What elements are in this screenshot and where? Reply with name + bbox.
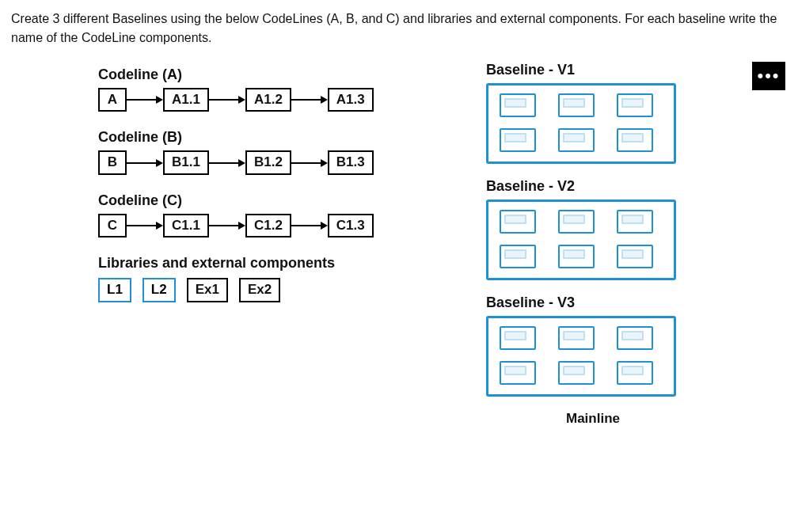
baseline-slot[interactable] <box>500 361 536 385</box>
external-item: Ex2 <box>239 278 280 302</box>
codeline-c-root: C <box>98 214 127 238</box>
library-item: L1 <box>98 278 131 302</box>
baseline-v2: Baseline - V2 <box>486 178 700 280</box>
instruction-text: Create 3 different Baselines using the b… <box>11 10 787 48</box>
libraries-row: L1 L2 Ex1 Ex2 <box>98 278 431 302</box>
codeline-c-item: C1.2 <box>245 214 291 238</box>
more-options-button[interactable]: ••• <box>752 62 785 90</box>
baseline-slot[interactable] <box>617 361 653 385</box>
arrow-icon <box>291 158 328 169</box>
baseline-slot[interactable] <box>500 210 536 234</box>
baseline-slot[interactable] <box>558 128 595 152</box>
codeline-b-row: B B1.1 B1.2 B1.3 <box>98 150 431 174</box>
arrow-icon <box>127 220 163 231</box>
baseline-v3-title: Baseline - V3 <box>486 294 700 311</box>
baseline-slot[interactable] <box>558 361 595 385</box>
codeline-c-row: C C1.1 C1.2 C1.3 <box>98 214 431 238</box>
codeline-b-item: B1.2 <box>245 150 291 174</box>
codeline-b-item: B1.3 <box>328 150 374 174</box>
codeline-a-item: A1.1 <box>163 88 209 112</box>
codeline-a-item: A1.3 <box>328 88 374 112</box>
codeline-a-title: Codeline (A) <box>98 66 431 83</box>
arrow-icon <box>209 220 245 231</box>
library-item: L2 <box>142 278 176 302</box>
mainline-label: Mainline <box>486 411 700 427</box>
arrow-icon <box>127 158 163 169</box>
codeline-c-title: Codeline (C) <box>98 192 431 209</box>
baseline-slot[interactable] <box>558 245 595 268</box>
baseline-v2-title: Baseline - V2 <box>486 178 700 195</box>
codeline-a-item: A1.2 <box>245 88 291 112</box>
baseline-slot[interactable] <box>558 93 595 117</box>
codelines-column: Codeline (A) A A1.1 A1.2 A1.3 Codeline (… <box>98 62 431 427</box>
baseline-slot[interactable] <box>500 245 536 268</box>
codeline-b-item: B1.1 <box>163 150 209 174</box>
baseline-slot[interactable] <box>617 128 653 152</box>
baseline-slot[interactable] <box>617 210 653 234</box>
baseline-slot[interactable] <box>500 128 536 152</box>
baselines-column: Baseline - V1 Baseline - V2 <box>486 62 700 427</box>
codeline-a-root: A <box>98 88 127 112</box>
baseline-v1-frame[interactable] <box>486 83 676 164</box>
baseline-slot[interactable] <box>617 245 653 268</box>
arrow-icon <box>127 94 163 105</box>
baseline-v3: Baseline - V3 <box>486 294 700 397</box>
codeline-b-root: B <box>98 150 127 174</box>
baseline-slot[interactable] <box>500 326 536 350</box>
baseline-slot[interactable] <box>500 93 536 117</box>
baseline-v1: Baseline - V1 <box>486 62 700 164</box>
baseline-v2-frame[interactable] <box>486 200 676 280</box>
baseline-slot[interactable] <box>617 326 653 350</box>
arrow-icon <box>291 220 328 231</box>
arrow-icon <box>209 158 245 169</box>
libraries-title: Libraries and external components <box>98 255 431 272</box>
external-item: Ex1 <box>187 278 228 302</box>
baseline-slot[interactable] <box>558 210 595 234</box>
baseline-slot[interactable] <box>617 93 653 117</box>
arrow-icon <box>291 94 328 105</box>
baseline-slot[interactable] <box>558 326 595 350</box>
codeline-b-title: Codeline (B) <box>98 129 431 146</box>
codeline-c-item: C1.1 <box>163 214 209 238</box>
codeline-a-row: A A1.1 A1.2 A1.3 <box>98 88 431 112</box>
baseline-v1-title: Baseline - V1 <box>486 62 700 78</box>
baseline-v3-frame[interactable] <box>486 316 676 397</box>
codeline-c-item: C1.3 <box>328 214 374 238</box>
arrow-icon <box>209 94 245 105</box>
